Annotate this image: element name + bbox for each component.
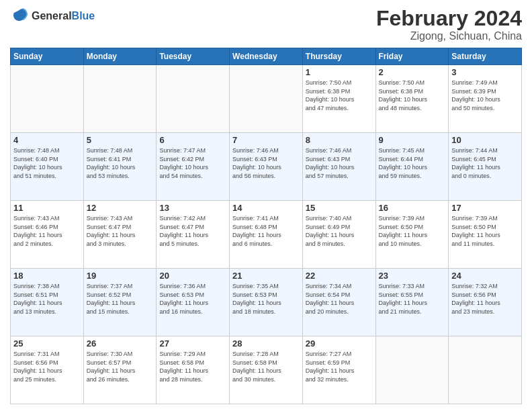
table-row: 20Sunrise: 7:36 AM Sunset: 6:53 PM Dayli… <box>157 269 230 336</box>
table-row: 4Sunrise: 7:48 AM Sunset: 6:40 PM Daylig… <box>11 133 84 201</box>
table-row <box>375 336 449 404</box>
col-sunday: Sunday <box>11 48 84 65</box>
day-info: Sunrise: 7:38 AM Sunset: 6:51 PM Dayligh… <box>13 282 81 316</box>
table-row: 2Sunrise: 7:50 AM Sunset: 6:38 PM Daylig… <box>375 65 449 133</box>
day-number: 22 <box>306 271 373 281</box>
day-number: 8 <box>306 135 373 145</box>
day-info: Sunrise: 7:29 AM Sunset: 6:58 PM Dayligh… <box>159 350 226 383</box>
day-number: 19 <box>87 271 154 281</box>
table-row: 17Sunrise: 7:39 AM Sunset: 6:50 PM Dayli… <box>449 201 522 269</box>
table-row: 7Sunrise: 7:46 AM Sunset: 6:43 PM Daylig… <box>230 133 303 201</box>
table-row: 16Sunrise: 7:39 AM Sunset: 6:50 PM Dayli… <box>375 201 449 269</box>
week-row-3: 18Sunrise: 7:38 AM Sunset: 6:51 PM Dayli… <box>11 269 522 336</box>
table-row: 14Sunrise: 7:41 AM Sunset: 6:48 PM Dayli… <box>230 201 303 269</box>
table-row <box>83 65 157 133</box>
day-number: 14 <box>232 203 300 213</box>
day-info: Sunrise: 7:50 AM Sunset: 6:38 PM Dayligh… <box>306 79 373 112</box>
table-row: 23Sunrise: 7:33 AM Sunset: 6:55 PM Dayli… <box>375 269 449 336</box>
week-row-1: 4Sunrise: 7:48 AM Sunset: 6:40 PM Daylig… <box>11 133 522 201</box>
day-number: 18 <box>13 271 81 281</box>
day-number: 7 <box>232 135 300 145</box>
logo-text: GeneralBlue <box>32 10 95 22</box>
day-info: Sunrise: 7:48 AM Sunset: 6:41 PM Dayligh… <box>87 146 154 180</box>
day-info: Sunrise: 7:49 AM Sunset: 6:39 PM Dayligh… <box>451 79 519 112</box>
day-number: 13 <box>159 203 226 213</box>
day-info: Sunrise: 7:41 AM Sunset: 6:48 PM Dayligh… <box>232 214 300 248</box>
table-row: 27Sunrise: 7:29 AM Sunset: 6:58 PM Dayli… <box>157 336 230 404</box>
day-number: 26 <box>87 338 154 349</box>
col-wednesday: Wednesday <box>230 48 303 65</box>
day-number: 1 <box>306 67 373 77</box>
day-number: 15 <box>306 203 373 213</box>
day-number: 20 <box>159 271 226 281</box>
day-number: 23 <box>379 271 446 281</box>
table-row <box>449 336 522 404</box>
day-number: 3 <box>451 67 519 77</box>
day-info: Sunrise: 7:32 AM Sunset: 6:56 PM Dayligh… <box>451 282 519 316</box>
day-info: Sunrise: 7:43 AM Sunset: 6:46 PM Dayligh… <box>13 214 81 248</box>
table-row: 9Sunrise: 7:45 AM Sunset: 6:44 PM Daylig… <box>375 133 449 201</box>
col-thursday: Thursday <box>302 48 375 65</box>
table-row: 22Sunrise: 7:34 AM Sunset: 6:54 PM Dayli… <box>302 269 375 336</box>
table-row <box>230 65 303 133</box>
day-info: Sunrise: 7:45 AM Sunset: 6:44 PM Dayligh… <box>379 146 446 180</box>
logo-icon <box>10 7 29 26</box>
day-info: Sunrise: 7:36 AM Sunset: 6:53 PM Dayligh… <box>159 282 226 316</box>
table-row: 13Sunrise: 7:42 AM Sunset: 6:47 PM Dayli… <box>157 201 230 269</box>
day-info: Sunrise: 7:42 AM Sunset: 6:47 PM Dayligh… <box>159 214 226 248</box>
table-row <box>157 65 230 133</box>
day-number: 2 <box>379 67 446 77</box>
day-number: 29 <box>306 338 373 349</box>
table-row: 29Sunrise: 7:27 AM Sunset: 6:59 PM Dayli… <box>302 336 375 404</box>
table-row: 15Sunrise: 7:40 AM Sunset: 6:49 PM Dayli… <box>302 201 375 269</box>
day-number: 17 <box>451 203 519 213</box>
day-info: Sunrise: 7:31 AM Sunset: 6:56 PM Dayligh… <box>13 350 81 383</box>
day-number: 11 <box>13 203 81 213</box>
day-info: Sunrise: 7:43 AM Sunset: 6:47 PM Dayligh… <box>87 214 154 248</box>
col-saturday: Saturday <box>449 48 522 65</box>
table-row: 5Sunrise: 7:48 AM Sunset: 6:41 PM Daylig… <box>83 133 157 201</box>
calendar-subtitle: Zigong, Sichuan, China <box>376 30 522 42</box>
table-row: 10Sunrise: 7:44 AM Sunset: 6:45 PM Dayli… <box>449 133 522 201</box>
table-row: 1Sunrise: 7:50 AM Sunset: 6:38 PM Daylig… <box>302 65 375 133</box>
col-monday: Monday <box>83 48 157 65</box>
calendar-title: February 2024 <box>376 7 522 30</box>
day-info: Sunrise: 7:48 AM Sunset: 6:40 PM Dayligh… <box>13 146 81 180</box>
table-row: 28Sunrise: 7:28 AM Sunset: 6:58 PM Dayli… <box>230 336 303 404</box>
table-row: 21Sunrise: 7:35 AM Sunset: 6:53 PM Dayli… <box>230 269 303 336</box>
calendar-table: Sunday Monday Tuesday Wednesday Thursday… <box>10 48 522 404</box>
day-number: 5 <box>87 135 154 145</box>
day-info: Sunrise: 7:46 AM Sunset: 6:43 PM Dayligh… <box>306 146 373 180</box>
day-number: 21 <box>232 271 300 281</box>
table-row: 26Sunrise: 7:30 AM Sunset: 6:57 PM Dayli… <box>83 336 157 404</box>
table-row: 3Sunrise: 7:49 AM Sunset: 6:39 PM Daylig… <box>449 65 522 133</box>
table-row <box>11 65 84 133</box>
day-info: Sunrise: 7:34 AM Sunset: 6:54 PM Dayligh… <box>306 282 373 316</box>
day-number: 12 <box>87 203 154 213</box>
day-number: 27 <box>159 338 226 349</box>
day-number: 28 <box>232 338 300 349</box>
calendar-header-row: Sunday Monday Tuesday Wednesday Thursday… <box>11 48 522 65</box>
table-row: 19Sunrise: 7:37 AM Sunset: 6:52 PM Dayli… <box>83 269 157 336</box>
col-friday: Friday <box>375 48 449 65</box>
day-info: Sunrise: 7:33 AM Sunset: 6:55 PM Dayligh… <box>379 282 446 316</box>
day-number: 16 <box>379 203 446 213</box>
table-row: 12Sunrise: 7:43 AM Sunset: 6:47 PM Dayli… <box>83 201 157 269</box>
day-info: Sunrise: 7:30 AM Sunset: 6:57 PM Dayligh… <box>87 350 154 383</box>
day-number: 9 <box>379 135 446 145</box>
day-info: Sunrise: 7:28 AM Sunset: 6:58 PM Dayligh… <box>232 350 300 383</box>
day-info: Sunrise: 7:47 AM Sunset: 6:42 PM Dayligh… <box>159 146 226 180</box>
table-row: 8Sunrise: 7:46 AM Sunset: 6:43 PM Daylig… <box>302 133 375 201</box>
day-number: 10 <box>451 135 519 145</box>
table-row: 25Sunrise: 7:31 AM Sunset: 6:56 PM Dayli… <box>11 336 84 404</box>
day-info: Sunrise: 7:40 AM Sunset: 6:49 PM Dayligh… <box>306 214 373 248</box>
day-info: Sunrise: 7:39 AM Sunset: 6:50 PM Dayligh… <box>451 214 519 248</box>
day-number: 4 <box>13 135 81 145</box>
week-row-2: 11Sunrise: 7:43 AM Sunset: 6:46 PM Dayli… <box>11 201 522 269</box>
day-info: Sunrise: 7:39 AM Sunset: 6:50 PM Dayligh… <box>379 214 446 248</box>
header: GeneralBlue February 2024 Zigong, Sichua… <box>10 7 522 42</box>
day-info: Sunrise: 7:37 AM Sunset: 6:52 PM Dayligh… <box>87 282 154 316</box>
week-row-0: 1Sunrise: 7:50 AM Sunset: 6:38 PM Daylig… <box>11 65 522 133</box>
day-info: Sunrise: 7:50 AM Sunset: 6:38 PM Dayligh… <box>379 79 446 112</box>
day-number: 24 <box>451 271 519 281</box>
